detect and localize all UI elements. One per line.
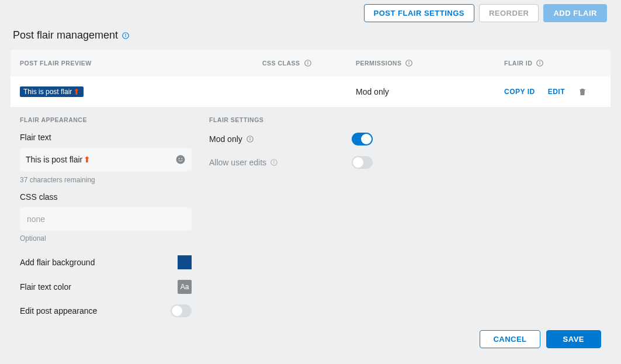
info-icon[interactable] bbox=[122, 32, 130, 40]
appearance-column: Flair Appearance Flair text This is post… bbox=[20, 116, 192, 317]
copy-id-button[interactable]: Copy ID bbox=[504, 88, 535, 96]
svg-point-5 bbox=[307, 61, 308, 62]
svg-point-13 bbox=[179, 158, 180, 160]
arrow-up-icon: ⬆ bbox=[73, 88, 80, 96]
edit-post-appearance-label: Edit post appearance bbox=[20, 306, 97, 316]
table-header: Post Flair Preview CSS Class Permissions… bbox=[11, 50, 610, 77]
info-icon[interactable] bbox=[304, 59, 312, 67]
svg-point-17 bbox=[250, 137, 251, 138]
allow-user-edits-toggle[interactable] bbox=[352, 156, 373, 169]
svg-point-20 bbox=[274, 161, 275, 161]
arrow-up-icon: ⬆ bbox=[84, 155, 91, 164]
add-flair-button[interactable]: Add Flair bbox=[543, 4, 607, 22]
save-button[interactable]: Save bbox=[546, 330, 601, 348]
col-preview-header: Post Flair Preview bbox=[20, 60, 262, 67]
row-actions: Copy ID Edit bbox=[504, 87, 601, 96]
top-action-bar: Post Flair Settings Reorder Add Flair bbox=[0, 0, 621, 26]
info-icon[interactable] bbox=[536, 59, 544, 67]
permissions-cell: Mod only bbox=[356, 87, 504, 96]
flair-table: Post Flair Preview CSS Class Permissions… bbox=[11, 50, 610, 107]
info-icon[interactable] bbox=[270, 158, 278, 167]
svg-point-12 bbox=[176, 155, 185, 164]
flair-text-label: Flair text bbox=[20, 133, 192, 142]
svg-point-14 bbox=[181, 158, 182, 160]
info-icon[interactable] bbox=[246, 135, 254, 143]
info-icon[interactable] bbox=[405, 59, 413, 67]
editor-footer: Cancel Save bbox=[11, 322, 610, 360]
appearance-section-label: Flair Appearance bbox=[20, 116, 192, 123]
trash-icon[interactable] bbox=[578, 87, 587, 96]
svg-point-8 bbox=[409, 61, 410, 62]
edit-post-appearance-toggle[interactable] bbox=[171, 304, 192, 317]
col-permissions-header: Permissions bbox=[356, 59, 504, 67]
col-flairid-header: Flair ID bbox=[504, 59, 601, 67]
settings-column: Flair Settings Mod only Allow user edits bbox=[209, 116, 601, 317]
cancel-button[interactable]: Cancel bbox=[480, 330, 540, 348]
settings-section-label: Flair Settings bbox=[209, 116, 601, 123]
chars-remaining: 37 characters remaining bbox=[20, 176, 192, 184]
page-title-row: Post flair management bbox=[0, 26, 621, 50]
text-color-swatch[interactable]: Aa bbox=[178, 280, 192, 294]
flair-chip-text: This is post flair bbox=[23, 88, 72, 96]
col-css-header: CSS Class bbox=[262, 59, 356, 67]
flair-text-input[interactable]: This is post flair ⬆ bbox=[20, 148, 192, 171]
svg-point-2 bbox=[126, 34, 126, 34]
svg-point-11 bbox=[540, 61, 540, 62]
css-class-input[interactable] bbox=[20, 207, 192, 231]
allow-user-edits-label: Allow user edits bbox=[209, 158, 266, 167]
edit-button[interactable]: Edit bbox=[548, 88, 565, 96]
flair-chip: This is post flair ⬆ bbox=[20, 86, 84, 97]
css-class-label: CSS class bbox=[20, 192, 192, 202]
text-color-label: Flair text color bbox=[20, 282, 71, 292]
page-title: Post flair management bbox=[13, 29, 118, 41]
mod-only-toggle[interactable] bbox=[352, 133, 373, 145]
reorder-button[interactable]: Reorder bbox=[479, 4, 539, 22]
mod-only-label: Mod only bbox=[209, 134, 242, 144]
flair-preview-cell: This is post flair ⬆ bbox=[20, 86, 262, 97]
table-row: This is post flair ⬆ Mod only Copy ID Ed… bbox=[11, 77, 610, 107]
bg-label: Add flair background bbox=[20, 258, 95, 267]
post-flair-settings-button[interactable]: Post Flair Settings bbox=[364, 4, 474, 22]
emoji-picker-icon[interactable] bbox=[175, 154, 186, 165]
css-class-helper: Optional bbox=[20, 234, 192, 242]
bg-color-swatch[interactable] bbox=[178, 255, 192, 269]
flair-editor: Flair Appearance Flair text This is post… bbox=[11, 107, 610, 360]
